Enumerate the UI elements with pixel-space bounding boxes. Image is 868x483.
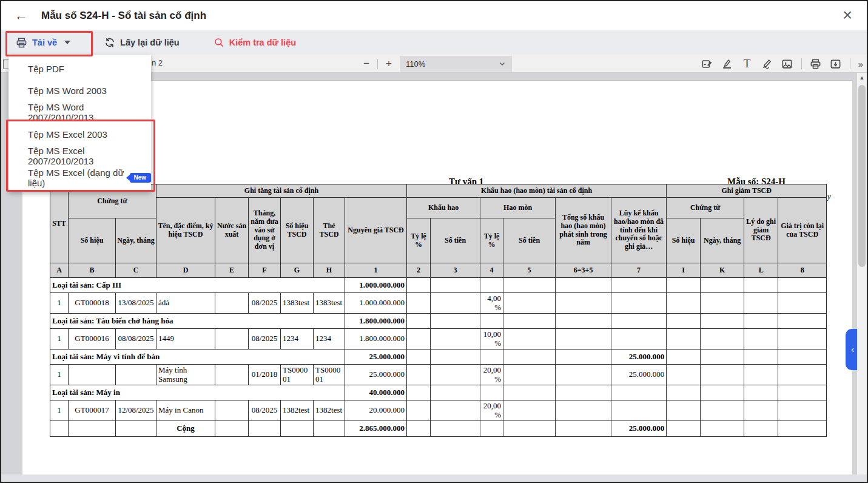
col-stt: STT xyxy=(50,184,69,263)
column-letter: E xyxy=(215,263,249,278)
cell xyxy=(744,350,778,365)
cell: ádá xyxy=(156,293,215,314)
cell: TS000001 xyxy=(314,365,345,385)
vertical-scrollbar[interactable]: ▲ xyxy=(857,73,867,477)
back-arrow-icon[interactable]: ← xyxy=(15,9,28,22)
cell xyxy=(611,329,667,350)
cell xyxy=(701,293,744,314)
cell: GT000018 xyxy=(69,293,116,314)
cell: 4,00 % xyxy=(480,293,503,314)
col-ngay-thang: Ngày, tháng xyxy=(116,218,156,263)
cell xyxy=(407,329,431,350)
more-tools-icon[interactable]: » xyxy=(858,59,862,69)
menu-item-excel-2007[interactable]: Tệp MS Excel 2007/2010/2013 xyxy=(8,145,151,167)
cell: 40.000.000 xyxy=(345,385,407,400)
table-row: 1GT00001813/08/2025ádá08/20251383test138… xyxy=(50,293,827,314)
cell xyxy=(431,314,480,329)
column-letter: B xyxy=(69,263,116,278)
cell xyxy=(50,421,69,437)
cell: 08/2025 xyxy=(249,329,281,350)
window-header: ← Mẫu số S24-H - Sổ tài sản cố định × xyxy=(1,1,867,30)
menu-item-word-2007[interactable]: Tệp MS Word 2007/2010/2013 xyxy=(8,101,151,123)
cell: 1449 xyxy=(156,329,215,350)
divider xyxy=(850,58,850,69)
cell: 1383test xyxy=(281,293,314,314)
cell xyxy=(480,314,503,329)
cell xyxy=(431,278,480,293)
download-file-icon[interactable] xyxy=(830,58,842,70)
cell: 25.000.000 xyxy=(611,421,667,437)
reload-button[interactable]: Lấy lại dữ liệu xyxy=(96,30,188,55)
cell xyxy=(431,365,480,385)
cell xyxy=(69,421,116,437)
col-so-tien-hm: Số tiền xyxy=(503,218,556,263)
signature-icon[interactable] xyxy=(701,58,713,70)
pen-icon[interactable] xyxy=(761,58,773,70)
cell xyxy=(556,329,611,350)
cell: 25.000.000 xyxy=(345,350,407,365)
menu-item-excel-data[interactable]: Tệp MS Excel (dạng dữ liệu) New xyxy=(8,167,151,189)
table-header: STT Chứng từ Ghi tăng tài sản cố định Kh… xyxy=(50,184,827,278)
horizontal-scrollbar[interactable] xyxy=(1,475,867,482)
cell xyxy=(431,385,480,400)
search-icon xyxy=(214,37,224,48)
scrollbar-thumb[interactable] xyxy=(858,85,866,267)
cell xyxy=(215,421,249,437)
cell: GT000017 xyxy=(69,400,116,421)
cell xyxy=(116,421,156,437)
cell xyxy=(503,329,556,350)
highlighter-icon[interactable] xyxy=(721,58,733,70)
cell xyxy=(556,400,611,421)
cell xyxy=(744,365,778,385)
text-tool-icon[interactable]: T xyxy=(741,58,753,70)
cell xyxy=(701,278,744,293)
print-icon[interactable] xyxy=(810,58,822,70)
cell: 25.000.000 xyxy=(345,365,407,385)
action-toolbar: Tải về Lấy lại dữ liệu Kiểm tra dữ liệu xyxy=(1,30,867,55)
table-row: 1GT00001712/08/2025Máy in Canon08/202513… xyxy=(50,400,827,421)
cell: 12/08/2025 xyxy=(116,400,156,421)
table-row: 1GT00001608/08/2025144908/2025123412341.… xyxy=(50,329,827,350)
cell xyxy=(701,329,744,350)
scroll-up-icon[interactable]: ▲ xyxy=(857,73,867,83)
download-button[interactable]: Tải về xyxy=(7,30,79,55)
cell xyxy=(744,385,778,400)
cell: 1382test xyxy=(314,400,345,421)
asset-table: STT Chứng từ Ghi tăng tài sản cố định Kh… xyxy=(50,184,827,437)
image-icon[interactable] xyxy=(781,58,793,70)
column-letter: F xyxy=(249,263,281,278)
download-menu: Tệp PDF Tệp MS Word 2003 Tệp MS Word 200… xyxy=(8,55,151,192)
col-ty-le-kh: Tỷ lệ % xyxy=(407,218,431,263)
cell: 08/2025 xyxy=(249,293,281,314)
zoom-controls: − + 110% xyxy=(362,55,512,73)
modal-window: ← Mẫu số S24-H - Sổ tài sản cố định × Tả… xyxy=(0,0,868,483)
check-data-button[interactable]: Kiểm tra dữ liệu xyxy=(205,30,304,55)
divider xyxy=(377,59,378,69)
cell: 10,00 % xyxy=(480,329,503,350)
menu-item-pdf[interactable]: Tệp PDF xyxy=(8,58,151,79)
chevron-down-icon xyxy=(499,60,506,67)
menu-item-excel-2003[interactable]: Tệp MS Excel 2003 xyxy=(8,123,151,145)
table-row: 1Máy tính Samsung01/2018TS000001TS000001… xyxy=(50,365,827,385)
printer-icon xyxy=(16,37,27,49)
new-badge: New xyxy=(130,173,151,183)
cell: 2.865.000.000 xyxy=(345,421,407,437)
col-nuoc-sx: Nước sản xuất xyxy=(215,198,249,263)
column-letter: 1 xyxy=(345,263,407,278)
cell xyxy=(503,314,556,329)
cell xyxy=(503,421,556,437)
zoom-out-button[interactable]: − xyxy=(362,58,371,70)
column-letter: G xyxy=(281,263,314,278)
zoom-level-select[interactable]: 110% xyxy=(400,56,512,72)
zoom-in-button[interactable]: + xyxy=(384,58,394,70)
close-icon[interactable]: × xyxy=(843,7,852,24)
group-row: Loại tài sản: Cấp III1.000.000.000 xyxy=(50,278,827,293)
col-nguyen-gia: Nguyên giá TSCĐ xyxy=(345,198,407,263)
menu-item-word-2003[interactable]: Tệp MS Word 2003 xyxy=(8,79,151,101)
column-letter: D xyxy=(156,263,215,278)
cell xyxy=(116,365,156,385)
cell xyxy=(503,350,556,365)
cell xyxy=(503,400,556,421)
cell: 1382test xyxy=(281,400,314,421)
cell: 25.000.000 xyxy=(611,350,667,365)
